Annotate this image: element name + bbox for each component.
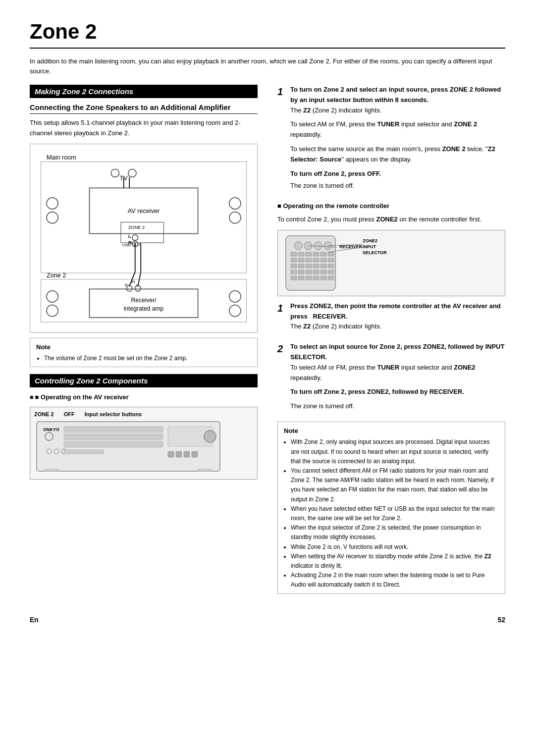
turn-off2-sub: The zone is turned off. xyxy=(290,401,505,412)
zone2-label-bar: ZONE 2 OFF Input selector buttons xyxy=(34,411,253,417)
svg-rect-76 xyxy=(313,264,319,268)
page-title: Zone 2 xyxy=(30,20,505,49)
svg-text:INPUT: INPUT xyxy=(363,244,376,249)
svg-point-10 xyxy=(229,212,241,223)
svg-rect-61 xyxy=(291,252,297,256)
step2-sub: The Z2 (Zone 2) indicator lights. xyxy=(290,322,505,332)
step1-sub3: To select the same source as the main ro… xyxy=(290,144,505,165)
svg-rect-88 xyxy=(313,276,319,280)
svg-text:ZONE2: ZONE2 xyxy=(363,238,377,243)
svg-text:SELECTOR: SELECTOR xyxy=(363,250,387,255)
step-1: 1 To turn on Zone 2 and select an input … xyxy=(277,85,505,195)
svg-rect-87 xyxy=(306,276,312,280)
note2-item-6: Activating Zone 2 in the main room when … xyxy=(291,571,499,590)
svg-rect-54 xyxy=(44,469,59,471)
main-content: Making Zone 2 Connections Connecting the… xyxy=(30,85,505,601)
svg-text:ONKYO: ONKYO xyxy=(43,427,59,432)
note-box-2: Note With Zone 2, only analog input sour… xyxy=(277,422,505,594)
step2-bold: Press ZONE2, then point the remote contr… xyxy=(290,302,501,320)
svg-rect-65 xyxy=(321,252,326,256)
step1-sub2: To select AM or FM, press the TUNER inpu… xyxy=(290,119,505,140)
svg-rect-73 xyxy=(291,264,297,268)
turn-off-label: To turn off Zone 2, press OFF. xyxy=(290,169,505,179)
svg-rect-67 xyxy=(291,258,297,262)
svg-rect-52 xyxy=(184,451,190,457)
note-list-2: With Zone 2, only analog input sources a… xyxy=(291,437,499,590)
svg-rect-68 xyxy=(298,258,304,262)
svg-point-23 xyxy=(47,305,58,316)
connection-svg: Main room TV AV receiver ZONE 2 L xyxy=(35,149,252,326)
svg-rect-69 xyxy=(306,258,312,262)
remote-svg: RECEIVER ZONE2 INPUT SELECTOR xyxy=(281,233,390,293)
note-list-1: The volume of Zone 2 must be set on the … xyxy=(44,354,251,363)
operating-av-label: ■ Operating on the AV receiver xyxy=(30,392,258,403)
svg-rect-84 xyxy=(328,270,334,274)
av-front-panel-svg: ONKYO xyxy=(34,419,222,474)
svg-rect-75 xyxy=(306,264,312,268)
svg-rect-51 xyxy=(176,451,182,457)
svg-text:Receiver/: Receiver/ xyxy=(131,296,157,303)
step3-num: 2 xyxy=(277,341,286,416)
svg-text:AV receiver: AV receiver xyxy=(128,208,160,215)
svg-rect-50 xyxy=(168,451,174,457)
svg-point-22 xyxy=(47,290,58,302)
svg-point-24 xyxy=(229,290,241,302)
svg-rect-41 xyxy=(64,434,163,440)
page-footer: En 52 xyxy=(30,616,505,624)
remote-sub: To control Zone 2, you must press ZONE2 … xyxy=(277,215,505,225)
svg-point-16 xyxy=(132,234,138,240)
turn-off-sub: The zone is turned off. xyxy=(290,181,505,191)
svg-rect-53 xyxy=(192,451,198,457)
left-column: Making Zone 2 Connections Connecting the… xyxy=(30,85,258,486)
note-item-1: The volume of Zone 2 must be set on the … xyxy=(44,354,251,363)
svg-rect-74 xyxy=(298,264,304,268)
step2-content: Press ZONE2, then point the remote contr… xyxy=(290,301,505,336)
remote-diagram: RECEIVER ZONE2 INPUT SELECTOR xyxy=(277,230,505,296)
note-box-1: Note The volume of Zone 2 must be set on… xyxy=(30,338,258,368)
svg-rect-82 xyxy=(313,270,319,274)
svg-rect-40 xyxy=(64,427,163,432)
zone-connection-diagram: Main room TV AV receiver ZONE 2 L xyxy=(30,144,258,333)
step-3: 2 To select an input source for Zone 2, … xyxy=(277,342,505,416)
svg-rect-48 xyxy=(64,450,104,454)
svg-rect-89 xyxy=(321,276,326,280)
subsection1-title: Connecting the Zone Speakers to an Addit… xyxy=(30,103,258,114)
svg-rect-70 xyxy=(313,258,319,262)
step-2: 1 Press ZONE2, then point the remote con… xyxy=(277,301,505,336)
svg-rect-62 xyxy=(298,252,304,256)
step1-sub1: The Z2 (Zone 2) indicator lights. xyxy=(290,106,505,116)
svg-text:R: R xyxy=(125,282,128,287)
note2-item-0: With Zone 2, only analog input sources a… xyxy=(291,437,499,466)
svg-point-8 xyxy=(47,212,58,223)
svg-point-59 xyxy=(314,242,322,250)
svg-line-35 xyxy=(138,271,141,286)
note2-item-5: When setting the AV receiver to standby … xyxy=(291,552,499,571)
svg-rect-55 xyxy=(198,469,213,471)
svg-rect-77 xyxy=(321,264,326,268)
svg-rect-71 xyxy=(321,258,326,262)
note-title-1: Note xyxy=(36,342,251,352)
step3-content: To select an input source for Zone 2, pr… xyxy=(290,342,505,416)
svg-point-7 xyxy=(47,198,58,209)
svg-rect-63 xyxy=(306,252,312,256)
step3-bold: To select an input source for Zone 2, pr… xyxy=(290,343,504,361)
svg-text:L: L xyxy=(128,233,131,238)
svg-rect-83 xyxy=(321,270,326,274)
input-selector-text: Input selector buttons xyxy=(85,411,142,417)
svg-rect-1 xyxy=(41,162,247,273)
step2-num: 1 xyxy=(277,300,286,336)
subsection1-body: This setup allows 5.1-channel playback i… xyxy=(30,118,258,139)
operating-remote-label: ■ Operating on the remote controller xyxy=(277,201,505,212)
svg-rect-90 xyxy=(328,276,334,280)
footer-page: 52 xyxy=(497,616,505,624)
svg-rect-85 xyxy=(291,276,297,280)
note2-item-3: When the input selector of Zone 2 is sel… xyxy=(291,523,499,542)
svg-text:Zone 2: Zone 2 xyxy=(47,272,66,279)
section1-header: Making Zone 2 Connections xyxy=(30,85,258,98)
note-title-2: Note xyxy=(284,426,499,436)
svg-rect-80 xyxy=(298,270,304,274)
svg-rect-66 xyxy=(328,252,334,256)
off-text: OFF xyxy=(64,411,75,417)
svg-point-25 xyxy=(229,305,241,316)
svg-point-4 xyxy=(128,169,136,177)
